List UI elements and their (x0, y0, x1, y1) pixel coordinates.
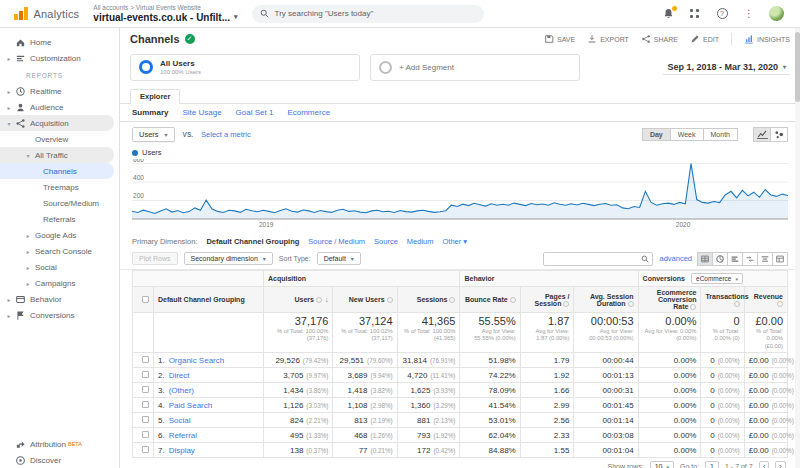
notifications-bell-icon[interactable] (661, 7, 675, 21)
row-checkbox[interactable] (142, 431, 149, 438)
term-cloud-view-icon[interactable] (757, 252, 773, 266)
channel-link[interactable]: Organic Search (169, 356, 225, 365)
pivot-view-icon[interactable] (772, 252, 788, 266)
date-range-picker[interactable]: Sep 1, 2018 - Mar 31, 2020 ▾ (663, 60, 790, 75)
table-search-field[interactable] (547, 255, 641, 262)
legend-label: Users (142, 148, 162, 157)
secondary-dimension-button[interactable]: Secondary dimension▾ (184, 252, 273, 265)
sidebar-item-all-traffic[interactable]: ▾All Traffic (0, 147, 114, 163)
column-header-sessions[interactable]: Sessions (397, 287, 460, 313)
page-title: Channels (130, 33, 180, 45)
apps-grid-icon[interactable] (688, 7, 702, 21)
row-checkbox[interactable] (142, 416, 149, 423)
column-header-ecommerce-conversion-rate[interactable]: Ecommerce Conversion Rate (638, 287, 701, 313)
tab-ecommerce[interactable]: Ecommerce (287, 108, 330, 117)
share-button[interactable]: SHARE (641, 34, 678, 44)
account-switcher[interactable]: All accounts > Virtual Events Website vi… (93, 4, 237, 22)
column-header-pages-session[interactable]: Pages / Session (520, 287, 574, 313)
granularity-week-button[interactable]: Week (670, 128, 704, 141)
sort-type-select[interactable]: Default▾ (317, 252, 361, 265)
column-header-users[interactable]: Users↓ (263, 287, 332, 313)
dimension-column-header[interactable]: Default Channel Grouping (153, 287, 263, 313)
channel-link[interactable]: Social (169, 416, 191, 425)
row-checkbox[interactable] (142, 371, 149, 378)
channel-link[interactable]: Referral (169, 431, 197, 440)
select-all-checkbox[interactable] (142, 296, 149, 303)
column-header-revenue[interactable]: Revenue (744, 287, 787, 313)
sidebar-item-behavior[interactable]: ▸Behavior (0, 291, 119, 307)
table-view-icon[interactable] (697, 252, 713, 266)
line-chart-view-icon[interactable] (753, 127, 771, 142)
sidebar-item-customization[interactable]: ▸Customization (0, 50, 119, 66)
more-options-icon[interactable]: ⋮ (742, 7, 756, 21)
sidebar-item-label: All Traffic (35, 151, 68, 160)
column-header-bounce-rate[interactable]: Bounce Rate (460, 287, 520, 313)
table-search-input[interactable] (543, 252, 653, 266)
dimension-medium[interactable]: Medium (407, 237, 434, 246)
sidebar-item-social[interactable]: ▸Social (0, 259, 119, 275)
sidebar-item-realtime[interactable]: ▸Realtime (0, 83, 119, 99)
channel-link[interactable]: Paid Search (169, 401, 213, 410)
add-segment-button[interactable]: + Add Segment (370, 54, 580, 81)
vertical-scrollbar[interactable] (795, 28, 800, 468)
comparison-view-icon[interactable] (742, 252, 758, 266)
select-metric-link[interactable]: Select a metric (201, 130, 251, 139)
performance-view-icon[interactable] (727, 252, 743, 266)
dimension-default-channel-grouping[interactable]: Default Channel Grouping (206, 237, 299, 246)
sidebar-item-attribution[interactable]: AttributionBETA (0, 436, 119, 452)
row-checkbox[interactable] (142, 356, 149, 363)
caret-right-icon: ▸ (24, 232, 32, 239)
sidebar-item-channels[interactable]: Channels (0, 163, 114, 179)
sidebar-item-overview[interactable]: Overview (0, 131, 119, 147)
channel-link[interactable]: Display (169, 446, 195, 455)
export-button[interactable]: EXPORT (587, 34, 629, 44)
motion-chart-view-icon[interactable] (770, 127, 788, 142)
prev-page-icon[interactable]: ‹ (759, 461, 770, 468)
sidebar-item-campaigns[interactable]: ▸Campaigns (0, 275, 119, 291)
sidebar-item-search-console[interactable]: ▸Search Console (0, 243, 119, 259)
segment-all-users[interactable]: All Users 100.00% Users (130, 54, 360, 81)
column-header-transactions[interactable]: Transactions (701, 287, 744, 313)
ecommerce-select[interactable]: eCommerce▾ (691, 273, 743, 284)
edit-button[interactable]: EDIT (690, 34, 719, 44)
metric-selector[interactable]: Users ▾ (132, 127, 175, 142)
tab-summary[interactable]: Summary (132, 108, 168, 117)
channel-link[interactable]: (Other) (169, 386, 194, 395)
user-avatar[interactable] (769, 6, 784, 21)
advanced-search-link[interactable]: advanced (659, 254, 692, 263)
channel-link[interactable]: Direct (169, 371, 190, 380)
action-separator (731, 33, 732, 45)
sidebar-item-acquisition[interactable]: ▾Acquisition (0, 115, 114, 131)
tab-explorer[interactable]: Explorer (130, 89, 180, 104)
column-header-avg-session-duration[interactable]: Avg. Session Duration (574, 287, 638, 313)
row-checkbox[interactable] (142, 386, 149, 393)
sidebar-item-treemaps[interactable]: Treemaps (0, 179, 119, 195)
segment-subtitle: 100.00% Users (160, 69, 201, 75)
sidebar-item-discover[interactable]: Discover (0, 452, 119, 468)
dimension-source-medium[interactable]: Source / Medium (308, 237, 365, 246)
granularity-month-button[interactable]: Month (703, 128, 738, 141)
sidebar-item-referrals[interactable]: Referrals (0, 211, 119, 227)
next-page-icon[interactable]: › (775, 461, 786, 468)
row-checkbox[interactable] (142, 446, 149, 453)
percentage-view-icon[interactable] (712, 252, 728, 266)
sidebar-item-google-ads[interactable]: ▸Google Ads (0, 227, 119, 243)
dimension-other[interactable]: Other ▾ (443, 237, 468, 246)
tab-site-usage[interactable]: Site Usage (182, 108, 221, 117)
granularity-day-button[interactable]: Day (642, 128, 671, 141)
help-icon[interactable]: ? (715, 7, 729, 21)
search-input[interactable]: Try searching "Users today" (252, 5, 484, 23)
dimension-source[interactable]: Source (374, 237, 398, 246)
tab-goal-set-1[interactable]: Goal Set 1 (236, 108, 274, 117)
sidebar-item-audience[interactable]: ▸Audience (0, 99, 119, 115)
column-header-new-users[interactable]: New Users (333, 287, 397, 313)
save-button[interactable]: SAVE (544, 34, 575, 44)
sidebar-item-source-medium[interactable]: Source/Medium (0, 195, 119, 211)
show-rows-select[interactable]: 10▾ (650, 461, 674, 468)
sidebar-item-home[interactable]: Home (0, 34, 119, 50)
goto-input[interactable]: 1 (705, 461, 719, 468)
sidebar-item-conversions[interactable]: ▸Conversions (0, 307, 119, 323)
row-checkbox[interactable] (142, 401, 149, 408)
insights-button[interactable]: INSIGHTS (744, 34, 790, 44)
timeseries-plot[interactable]: 20040060020192020 (132, 159, 788, 231)
